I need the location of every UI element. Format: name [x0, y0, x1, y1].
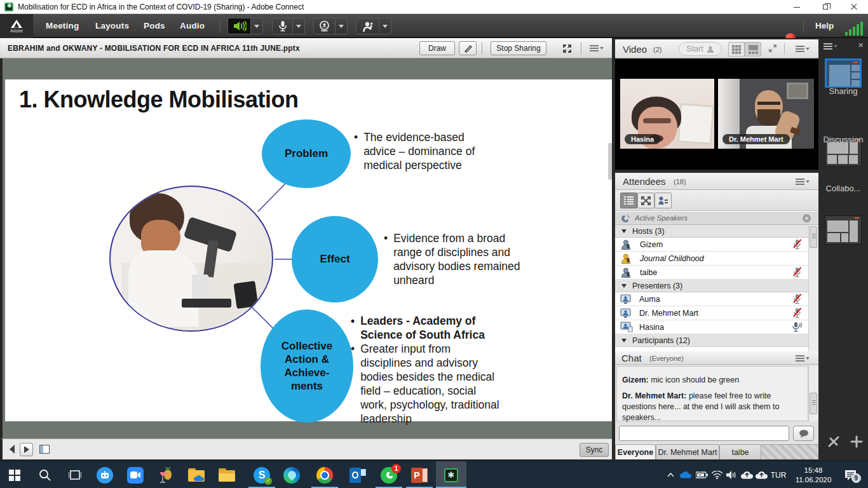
attendees-pod: Attendees (18)	[615, 173, 818, 351]
raise-hand-icon	[362, 20, 374, 32]
speaker-dropdown[interactable]	[251, 18, 263, 34]
attendee-row-gizem[interactable]: Gizem	[615, 238, 808, 252]
close-button[interactable]	[839, 0, 868, 14]
fullscreen-button[interactable]	[562, 43, 573, 54]
volume-tray-icon[interactable]	[724, 461, 739, 488]
clock[interactable]: 15:48 11.06.2020	[789, 461, 837, 488]
cloud-upload-tray-icon[interactable]	[739, 461, 754, 488]
menu-meeting[interactable]: Meeting	[46, 14, 79, 38]
chat-tab-taibe[interactable]: taibe	[719, 444, 761, 459]
meeting-robot-app-button[interactable]	[90, 461, 119, 488]
chat-message: Gizem: mic icon should be green	[622, 376, 803, 384]
chat-tab-everyone[interactable]: Everyone	[615, 444, 656, 459]
task-view-button[interactable]	[60, 461, 90, 488]
microphone-dropdown[interactable]	[293, 18, 305, 34]
video-fullscreen-button[interactable]	[768, 43, 778, 53]
next-slide-button[interactable]	[20, 443, 33, 456]
layout-strip-menu[interactable]	[824, 43, 832, 50]
video-feed-hasina: Hasina	[620, 79, 714, 149]
chat-scrollbar[interactable]	[808, 366, 818, 421]
menu-pods[interactable]: Pods	[144, 14, 165, 38]
chat-pod: Chat (Everyone) Gizem: mic icon should b…	[615, 351, 818, 459]
raise-hand-button[interactable]	[356, 18, 379, 34]
video-pod-header: Video (2) Start	[615, 39, 818, 58]
chrome-app-button[interactable]	[310, 461, 339, 488]
previous-slide-button[interactable]	[8, 444, 17, 454]
attendees-pod-title: Attendees	[623, 176, 666, 187]
onedrive-tray-icon[interactable]	[679, 461, 693, 488]
attendee-status-view-button[interactable]	[654, 193, 672, 208]
pointer-tool-button[interactable]	[459, 41, 477, 55]
tropical-drink-app-button[interactable]	[151, 461, 180, 488]
cloud-upload2-tray-icon[interactable]	[754, 461, 769, 488]
layout-collaboration-thumb[interactable]	[825, 215, 862, 245]
language-indicator[interactable]: TUR	[768, 461, 789, 488]
attendees-scrollbar[interactable]	[808, 225, 818, 351]
attendee-row-mehmet[interactable]: Dr. Mehmet Mart	[615, 306, 808, 320]
add-layout-button[interactable]	[850, 435, 863, 448]
grid-view-button[interactable]	[728, 42, 745, 57]
video-fullscreen-icon	[768, 43, 778, 53]
sidebar-toggle-button[interactable]	[39, 445, 50, 454]
mic-muted-icon	[792, 294, 802, 304]
adobe-connect-taskbar-button[interactable]: ✱	[436, 461, 466, 488]
attendee-list-view-button[interactable]	[620, 193, 637, 208]
tropical-drink-icon	[158, 467, 173, 484]
send-chat-button[interactable]	[793, 426, 814, 441]
edge-app-button[interactable]	[277, 461, 306, 488]
manage-layouts-tools-icon[interactable]	[827, 435, 840, 448]
filmstrip-view-button[interactable]	[745, 42, 761, 57]
file-explorer-button[interactable]	[212, 461, 241, 488]
skype-status-badge: ✓	[264, 477, 272, 485]
group-participants[interactable]: Participants (12)	[615, 334, 808, 347]
chat-tab-mehmet[interactable]: Dr. Mehmet Mart	[656, 444, 719, 459]
webcam-button[interactable]	[313, 18, 336, 34]
tray-chevron-icon[interactable]	[665, 461, 676, 488]
zoom-app-button[interactable]	[121, 461, 150, 488]
taskbar-search-button[interactable]	[30, 461, 59, 488]
restore-button[interactable]	[811, 0, 839, 14]
action-center-button[interactable]: 9	[839, 461, 862, 488]
draw-button[interactable]: Draw	[419, 41, 455, 55]
battery-tray-icon[interactable]	[694, 461, 709, 488]
attendee-row-hasina[interactable]: Hasina	[615, 320, 808, 334]
attendee-row-auma[interactable]: Auma	[615, 292, 808, 306]
share-pod-menu[interactable]	[590, 45, 599, 51]
help-menu[interactable]: Help	[815, 14, 834, 38]
menu-audio[interactable]: Audio	[180, 14, 205, 38]
wifi-tray-icon[interactable]	[709, 461, 724, 488]
layout-sharing-thumb[interactable]	[825, 58, 862, 88]
menu-layouts[interactable]: Layouts	[95, 14, 129, 38]
attendee-row-journal-childhood[interactable]: Journal Childhood	[615, 252, 808, 266]
layout-strip-close-icon[interactable]: ✕	[858, 41, 864, 50]
node-effect: Effect	[292, 216, 378, 302]
active-speakers-close-icon[interactable]: ✕	[803, 214, 811, 222]
skype-app-button[interactable]: S ✓	[247, 461, 276, 488]
outlook-app-button[interactable]	[343, 461, 372, 488]
attendee-row-taibe[interactable]: taibe	[615, 266, 808, 280]
group-presenters[interactable]: Presenters (3)	[615, 280, 808, 292]
chat-pod-menu[interactable]	[796, 355, 804, 362]
start-button[interactable]	[0, 461, 29, 488]
chat-message-input[interactable]	[619, 426, 789, 441]
video-count: (2)	[653, 46, 661, 53]
start-my-webcam-button[interactable]: Start	[679, 42, 722, 56]
video-pod-menu[interactable]	[796, 46, 804, 52]
onedrive-folder-button[interactable]	[182, 461, 211, 488]
adobe-connect-window: ✱ Mobilisation for ECD in Africa in the …	[0, 0, 868, 488]
whatsapp-app-button[interactable]: 1	[374, 461, 403, 488]
collapse-triangle-icon	[621, 229, 627, 233]
fullscreen-icon	[562, 43, 573, 54]
speaker-button[interactable]	[227, 18, 251, 34]
breakout-view-button[interactable]	[637, 193, 654, 208]
webcam-dropdown[interactable]	[336, 18, 348, 34]
microphone-button[interactable]	[272, 18, 293, 34]
group-hosts[interactable]: Hosts (3)	[615, 225, 808, 238]
powerpoint-app-button[interactable]: P	[405, 461, 434, 488]
stop-sharing-button[interactable]: Stop Sharing	[491, 41, 546, 55]
attendees-toolbar	[615, 190, 818, 211]
attendees-pod-menu[interactable]	[796, 179, 804, 185]
minimize-button[interactable]	[782, 0, 811, 14]
sync-button[interactable]: Sync	[580, 443, 609, 457]
raise-hand-dropdown[interactable]	[379, 18, 391, 34]
